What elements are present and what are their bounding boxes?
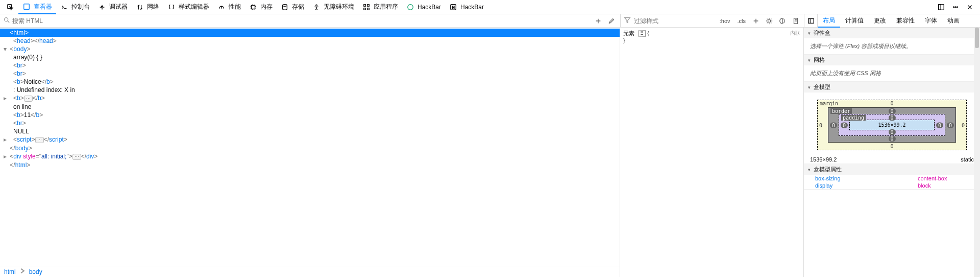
perf-icon — [217, 3, 226, 11]
dom-line[interactable]: <br> — [0, 70, 620, 78]
breadcrumb-item[interactable]: body — [29, 268, 42, 275]
more-button[interactable] — [949, 1, 962, 13]
tab-style-editor[interactable]: 样式编辑器 — [163, 1, 213, 13]
dark-mode-button[interactable] — [777, 16, 788, 26]
tab-debugger[interactable]: 调试器 — [94, 1, 132, 13]
border-top[interactable]: 0 — [888, 108, 895, 114]
dom-line[interactable]: : Undefined index: X in — [0, 86, 620, 94]
dom-line[interactable]: <b>11</b> — [0, 111, 620, 119]
dom-line[interactable]: <br> — [0, 61, 620, 70]
border-label: border — [830, 108, 852, 114]
eyedropper-button[interactable] — [606, 15, 617, 27]
flex-section-header[interactable]: ▾弹性盒 — [804, 28, 980, 38]
grid-section-header[interactable]: ▾网格 — [804, 55, 980, 65]
dom-line[interactable]: <head></head> — [0, 37, 620, 45]
twisty-icon[interactable] — [2, 144, 8, 152]
search-html-input[interactable] — [12, 17, 591, 25]
dom-line[interactable]: ▸ <b>⋯</b> — [0, 94, 620, 103]
breadcrumb-item[interactable]: html — [4, 268, 16, 275]
dom-line[interactable]: on line — [0, 103, 620, 111]
boxmodel-diagram: margin 0 0 0 0 border 0 0 0 0 padding — [804, 93, 980, 153]
border-right[interactable]: 0 — [947, 122, 954, 128]
padding-right[interactable]: 0 — [936, 122, 943, 128]
brace: { — [647, 30, 649, 36]
twisty-icon[interactable] — [2, 70, 8, 78]
ellipsis-icon[interactable]: ⋯ — [24, 96, 33, 102]
dom-line[interactable]: </body> — [0, 144, 620, 152]
dom-line[interactable]: array(0) { } — [0, 53, 620, 61]
twisty-icon[interactable]: ▾ — [2, 45, 8, 53]
twisty-icon[interactable]: ▸ — [2, 94, 8, 102]
dom-line[interactable]: <html> — [0, 29, 620, 37]
tab-computed[interactable]: 计算值 — [840, 14, 869, 27]
margin-bottom[interactable]: 0 — [890, 144, 893, 149]
tab-animation[interactable]: 动画 — [942, 14, 965, 27]
print-mode-button[interactable] — [791, 16, 801, 26]
twisty-icon[interactable] — [2, 78, 8, 86]
twisty-icon[interactable] — [2, 103, 8, 111]
dom-line[interactable]: ▾ <body> — [0, 45, 620, 53]
tab-hackbar-2[interactable]: HHackBar — [445, 1, 488, 13]
border-left[interactable]: 0 — [830, 122, 837, 128]
scrollbar[interactable] — [974, 28, 980, 277]
twisty-icon[interactable] — [2, 37, 8, 45]
margin-top[interactable]: 0 — [890, 101, 893, 106]
twisty-icon[interactable]: ▸ — [2, 152, 8, 160]
tab-accessibility[interactable]: 无障碍环境 — [308, 1, 358, 13]
dom-line[interactable]: </html> — [0, 161, 620, 169]
margin-right[interactable]: 0 — [962, 122, 965, 128]
rule-selector[interactable]: 元素 — [623, 30, 634, 36]
scrollbar-thumb[interactable] — [975, 28, 979, 48]
content-size[interactable]: 1536×99.2 — [849, 120, 935, 130]
dom-line[interactable]: ▸ <script>⋯</script> — [0, 135, 620, 144]
tab-storage[interactable]: 存储 — [277, 1, 308, 13]
dom-line[interactable]: <b>Notice</b> — [0, 78, 620, 86]
twisty-icon[interactable] — [2, 127, 8, 135]
tab-layout[interactable]: 布局 — [818, 15, 840, 28]
tab-fonts[interactable]: 字体 — [920, 14, 942, 27]
margin-left[interactable]: 0 — [819, 122, 822, 128]
dom-line[interactable]: <br> — [0, 119, 620, 127]
filter-styles-input[interactable] — [634, 17, 715, 25]
tab-compat[interactable]: 兼容性 — [891, 14, 920, 27]
dom-line[interactable]: NULL — [0, 127, 620, 135]
boxmodel-section-header[interactable]: ▾盒模型 — [804, 82, 980, 93]
tab-network[interactable]: 网络 — [132, 1, 163, 13]
tab-performance[interactable]: 性能 — [213, 1, 245, 13]
dom-tree[interactable]: <html> <head></head>▾ <body> array(0) { … — [0, 28, 620, 266]
padding-bottom[interactable]: 0 — [888, 129, 895, 135]
svg-rect-9 — [368, 8, 370, 10]
twisty-icon[interactable] — [2, 111, 8, 119]
add-node-button[interactable] — [593, 15, 604, 27]
pick-element-button[interactable] — [2, 1, 18, 13]
breadcrumb[interactable]: html body — [0, 266, 620, 277]
twisty-icon[interactable]: ▸ — [2, 135, 8, 144]
boxmodel-props-header[interactable]: ▾盒模型属性 — [804, 164, 980, 175]
ellipsis-icon[interactable]: ⋯ — [35, 137, 44, 143]
padding-top[interactable]: 0 — [888, 115, 895, 121]
tab-console[interactable]: 控制台 — [56, 1, 94, 13]
dom-line[interactable]: ▸ <div style="all: initial;">⋯</div> — [0, 152, 620, 161]
tab-inspector[interactable]: 查看器 — [18, 1, 56, 14]
tab-changes[interactable]: 更改 — [869, 14, 891, 27]
twisty-icon[interactable] — [2, 119, 8, 127]
twisty-icon[interactable] — [2, 161, 8, 169]
tab-hackbar-1[interactable]: HackBar — [402, 1, 445, 13]
padding-left[interactable]: 0 — [841, 122, 848, 128]
new-rule-button[interactable] — [751, 16, 761, 26]
light-mode-button[interactable] — [764, 16, 774, 26]
close-button[interactable] — [964, 1, 976, 13]
cls-button[interactable]: .cls — [736, 17, 748, 25]
twisty-icon[interactable] — [2, 53, 8, 61]
tab-label: 无障碍环境 — [324, 3, 354, 11]
twisty-icon[interactable] — [2, 86, 8, 94]
toggle-sidebar-button[interactable] — [804, 14, 818, 28]
tab-memory[interactable]: 内存 — [245, 1, 277, 13]
hov-button[interactable]: :hov — [718, 17, 732, 25]
twisty-icon[interactable] — [2, 61, 8, 70]
border-bottom[interactable]: 0 — [888, 136, 895, 142]
twisty-icon[interactable] — [2, 29, 8, 37]
dock-side-button[interactable] — [935, 1, 947, 13]
tab-application[interactable]: 应用程序 — [358, 1, 402, 13]
ellipsis-icon[interactable]: ⋯ — [72, 154, 81, 160]
